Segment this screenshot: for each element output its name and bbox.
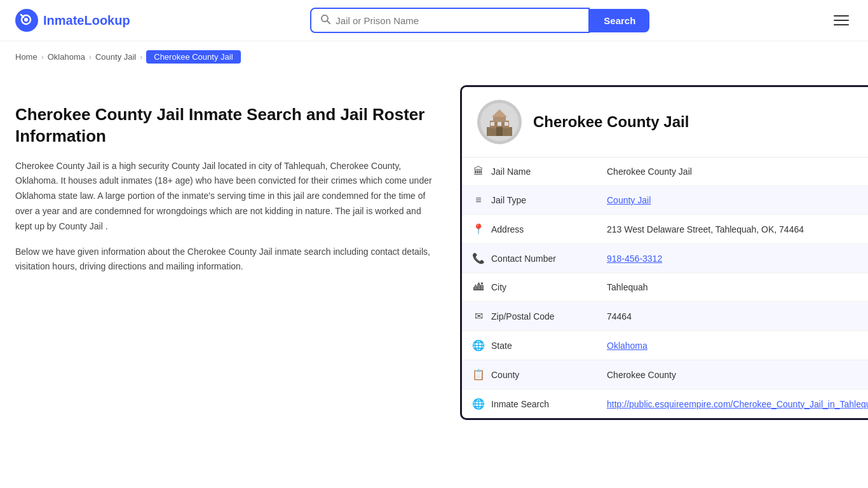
row-icon: 🏙 (472, 281, 485, 293)
table-row: 📞Contact Number918-456-3312 (462, 244, 868, 273)
row-label: City (491, 282, 506, 292)
description-paragraph-1: Cherokee County Jail is a high security … (15, 159, 435, 234)
row-value[interactable]: 918-456-3312 (597, 244, 868, 273)
facility-image (477, 100, 522, 144)
description-paragraph-2: Below we have given information about th… (15, 245, 435, 275)
row-value: Tahlequah (597, 273, 868, 302)
row-value[interactable]: County Jail (597, 186, 868, 215)
right-column: Cherokee County Jail 🏛Jail NameCherokee … (460, 85, 868, 420)
row-icon: 📋 (472, 369, 485, 381)
page-title: Cherokee County Jail Inmate Search and J… (15, 104, 435, 147)
svg-rect-13 (498, 122, 501, 126)
logo-text: InmateLookup (43, 13, 130, 28)
breadcrumb: Home › Oklahoma › County Jail › Cherokee… (0, 41, 868, 72)
menu-line-3 (834, 24, 849, 25)
search-button[interactable]: Search (590, 9, 649, 32)
search-input[interactable] (336, 15, 580, 26)
row-value: Cherokee County Jail (597, 158, 868, 186)
main-content: Cherokee County Jail Inmate Search and J… (0, 72, 868, 445)
info-table: 🏛Jail NameCherokee County Jail≡Jail Type… (462, 158, 868, 418)
svg-line-4 (327, 21, 330, 24)
row-icon: 📍 (472, 223, 485, 235)
table-row: 📋CountyCherokee County (462, 360, 868, 390)
left-column: Cherokee County Jail Inmate Search and J… (15, 85, 435, 420)
row-icon: 🌐 (472, 398, 485, 410)
row-label: County (491, 370, 519, 380)
table-row: 🌐StateOklahoma (462, 331, 868, 360)
hamburger-menu-button[interactable] (830, 11, 853, 29)
facility-info-card: Cherokee County Jail 🏛Jail NameCherokee … (460, 85, 868, 420)
row-label: Address (491, 224, 524, 234)
svg-rect-10 (496, 127, 503, 136)
row-icon: 📞 (472, 252, 485, 264)
table-row: 📍Address213 West Delaware Street, Tahleq… (462, 215, 868, 244)
table-row: 🏙CityTahlequah (462, 273, 868, 302)
site-header: InmateLookup Search (0, 0, 868, 41)
row-label: Contact Number (491, 254, 556, 264)
card-header: Cherokee County Jail (462, 87, 868, 158)
row-icon: ≡ (472, 194, 485, 206)
breadcrumb-county-jail[interactable]: County Jail (95, 52, 136, 62)
row-label: Zip/Postal Code (491, 311, 555, 322)
search-input-wrapper (310, 8, 590, 33)
site-logo[interactable]: InmateLookup (15, 9, 130, 32)
row-icon: 🏛 (472, 166, 485, 177)
row-value[interactable]: Oklahoma (597, 331, 868, 360)
row-value: Cherokee County (597, 360, 868, 390)
breadcrumb-sep-2: › (89, 53, 92, 62)
row-value-link[interactable]: 918-456-3312 (607, 254, 662, 264)
row-label: State (491, 341, 512, 351)
breadcrumb-oklahoma[interactable]: Oklahoma (48, 52, 85, 62)
svg-rect-12 (505, 122, 508, 126)
row-value-link[interactable]: http://public.esquireempire.com/Cherokee… (607, 399, 868, 409)
svg-rect-11 (491, 122, 494, 126)
table-row: ✉Zip/Postal Code74464 (462, 302, 868, 331)
table-row: 🌐Inmate Searchhttp://public.esquireempir… (462, 390, 868, 419)
table-row: 🏛Jail NameCherokee County Jail (462, 158, 868, 186)
row-value: 213 West Delaware Street, Tahlequah, OK,… (597, 215, 868, 244)
svg-line-2 (21, 15, 24, 17)
table-row: ≡Jail TypeCounty Jail (462, 186, 868, 215)
row-label: Inmate Search (491, 399, 549, 409)
menu-line-2 (834, 20, 849, 21)
breadcrumb-home[interactable]: Home (15, 52, 37, 62)
row-value[interactable]: http://public.esquireempire.com/Cherokee… (597, 390, 868, 419)
menu-line-1 (834, 15, 849, 17)
row-icon: 🌐 (472, 339, 485, 351)
row-value: 74464 (597, 302, 868, 331)
row-value-link[interactable]: Oklahoma (607, 341, 648, 351)
row-value-link[interactable]: County Jail (607, 195, 651, 205)
search-bar: Search (310, 8, 649, 33)
breadcrumb-sep-3: › (140, 53, 142, 62)
svg-point-1 (24, 18, 28, 22)
row-icon: ✉ (472, 310, 485, 322)
breadcrumb-current: Cherokee County Jail (146, 50, 240, 64)
card-title: Cherokee County Jail (533, 113, 689, 131)
breadcrumb-sep-1: › (41, 53, 44, 62)
logo-icon (15, 9, 38, 32)
row-label: Jail Type (491, 195, 526, 205)
search-icon (320, 14, 330, 27)
row-label: Jail Name (491, 166, 531, 177)
